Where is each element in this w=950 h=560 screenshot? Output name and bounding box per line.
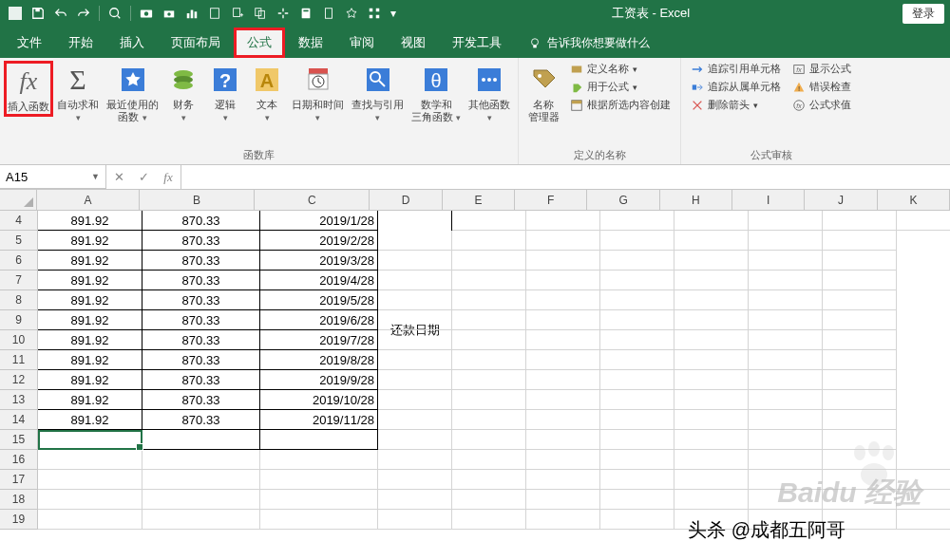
cell[interactable] bbox=[600, 330, 674, 350]
cell[interactable] bbox=[749, 231, 823, 251]
cell[interactable] bbox=[600, 410, 674, 430]
cell[interactable] bbox=[526, 271, 600, 290]
cell[interactable] bbox=[452, 390, 526, 410]
create-from-button[interactable]: 根据所选内容创建 bbox=[568, 97, 673, 113]
qat-dropdown-icon[interactable]: ▾ bbox=[388, 4, 399, 23]
cell[interactable] bbox=[452, 271, 526, 290]
cell[interactable] bbox=[823, 231, 897, 251]
cell[interactable] bbox=[674, 490, 749, 510]
col-header-D[interactable]: D bbox=[370, 190, 442, 211]
cell[interactable]: 891.92 bbox=[38, 251, 142, 271]
cell[interactable] bbox=[526, 470, 600, 490]
cell[interactable] bbox=[674, 370, 749, 390]
cell[interactable]: 2019/11/28 bbox=[260, 410, 378, 430]
star-icon[interactable] bbox=[342, 4, 361, 23]
cell[interactable]: 2019/2/28 bbox=[260, 231, 378, 251]
cell[interactable] bbox=[378, 330, 452, 350]
cell[interactable] bbox=[600, 251, 674, 271]
cell[interactable] bbox=[823, 370, 897, 390]
col-header-H[interactable]: H bbox=[660, 190, 732, 211]
cell[interactable]: 870.33 bbox=[142, 310, 260, 330]
cell[interactable] bbox=[674, 231, 749, 251]
cell[interactable] bbox=[260, 430, 378, 450]
doc-icon[interactable] bbox=[319, 4, 338, 23]
calc-icon[interactable] bbox=[296, 4, 315, 23]
row-header[interactable]: 8 bbox=[0, 290, 38, 310]
cell[interactable] bbox=[600, 271, 674, 290]
name-box[interactable]: A15 ▼ bbox=[0, 165, 106, 189]
row-header[interactable]: 11 bbox=[0, 350, 38, 370]
tab-file[interactable]: 文件 bbox=[4, 28, 55, 58]
cell[interactable] bbox=[378, 231, 452, 251]
cell[interactable] bbox=[378, 290, 452, 310]
col-header-F[interactable]: F bbox=[515, 190, 587, 211]
cell[interactable]: 891.92 bbox=[38, 271, 142, 290]
cell[interactable] bbox=[142, 450, 260, 470]
cell[interactable] bbox=[600, 310, 674, 330]
copypage-icon[interactable] bbox=[251, 4, 270, 23]
cell[interactable] bbox=[142, 510, 260, 530]
cell[interactable] bbox=[526, 310, 600, 330]
cell[interactable] bbox=[823, 251, 897, 271]
col-header-G[interactable]: G bbox=[587, 190, 659, 211]
row-header[interactable]: 5 bbox=[0, 231, 38, 251]
cell[interactable] bbox=[674, 450, 749, 470]
row-header[interactable]: 10 bbox=[0, 330, 38, 350]
cell[interactable] bbox=[378, 390, 452, 410]
cell[interactable]: 870.33 bbox=[142, 350, 260, 370]
lookup-button[interactable]: 查找与引用▾ bbox=[348, 61, 408, 125]
redo-icon[interactable] bbox=[74, 4, 93, 23]
cell[interactable] bbox=[897, 211, 950, 231]
cell[interactable] bbox=[260, 510, 378, 530]
row-header[interactable]: 4 bbox=[0, 211, 38, 231]
cell[interactable] bbox=[897, 470, 950, 490]
row-header[interactable]: 13 bbox=[0, 390, 38, 410]
cell[interactable]: 891.92 bbox=[38, 231, 142, 251]
grid-icon[interactable] bbox=[365, 4, 384, 23]
cell[interactable]: 2019/1/28 bbox=[260, 211, 378, 231]
preview-icon[interactable] bbox=[105, 4, 124, 23]
formula-input[interactable] bbox=[181, 165, 950, 189]
tab-insert[interactable]: 插入 bbox=[106, 28, 158, 58]
cell[interactable] bbox=[749, 470, 823, 490]
eval-formula-button[interactable]: fx公式求值 bbox=[790, 97, 853, 113]
login-button[interactable]: 登录 bbox=[902, 4, 944, 24]
cell[interactable] bbox=[749, 410, 823, 430]
fx-button[interactable]: fx bbox=[156, 165, 180, 189]
cell[interactable] bbox=[378, 430, 452, 450]
cell[interactable] bbox=[823, 330, 897, 350]
trace-dependents-button[interactable]: 追踪从属单元格 bbox=[689, 79, 783, 95]
cell[interactable]: 2019/9/28 bbox=[260, 370, 378, 390]
cell[interactable] bbox=[526, 350, 600, 370]
cell[interactable] bbox=[674, 430, 749, 450]
cell[interactable] bbox=[749, 430, 823, 450]
break-icon[interactable] bbox=[274, 4, 293, 23]
cell[interactable] bbox=[674, 390, 749, 410]
cell[interactable] bbox=[674, 410, 749, 430]
cell[interactable]: 870.33 bbox=[142, 290, 260, 310]
cell[interactable] bbox=[600, 290, 674, 310]
cell[interactable] bbox=[452, 330, 526, 350]
cell[interactable] bbox=[823, 410, 897, 430]
cell[interactable] bbox=[378, 271, 452, 290]
cell[interactable] bbox=[823, 271, 897, 290]
cell[interactable] bbox=[452, 490, 526, 510]
more-button[interactable]: 其他函数▾ bbox=[465, 61, 514, 125]
row-header[interactable]: 15 bbox=[0, 430, 38, 450]
cell[interactable] bbox=[600, 490, 674, 510]
cell[interactable] bbox=[526, 430, 600, 450]
remove-arrows-button[interactable]: 删除箭头 ▾ bbox=[689, 97, 783, 113]
snapshot-icon[interactable] bbox=[160, 4, 179, 23]
select-all-button[interactable] bbox=[0, 190, 37, 211]
cell[interactable] bbox=[452, 251, 526, 271]
cell[interactable]: 2019/8/28 bbox=[260, 350, 378, 370]
cell[interactable] bbox=[452, 310, 526, 330]
cell[interactable] bbox=[378, 350, 452, 370]
cell[interactable] bbox=[260, 450, 378, 470]
cell[interactable] bbox=[38, 470, 142, 490]
cell[interactable]: 2019/5/28 bbox=[260, 290, 378, 310]
row-header[interactable]: 14 bbox=[0, 410, 38, 430]
cell[interactable] bbox=[378, 251, 452, 271]
show-formulas-button[interactable]: fx显示公式 bbox=[790, 61, 853, 77]
save-icon[interactable] bbox=[28, 4, 48, 23]
